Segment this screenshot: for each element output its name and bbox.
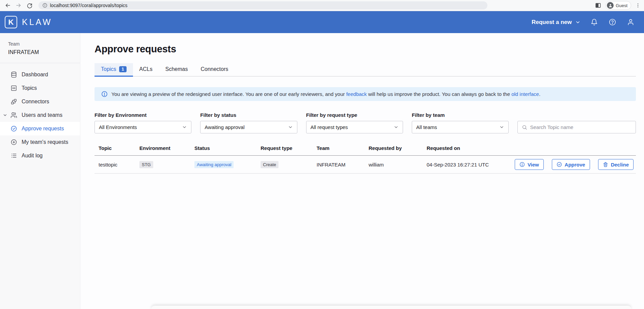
filters-row: Filter by Environment All Environments F… bbox=[95, 112, 636, 133]
sidebar-item-label: Audit log bbox=[22, 153, 43, 159]
table-row: testtopic STG Awaiting approval Create I… bbox=[95, 156, 636, 174]
tab-topics[interactable]: Topics 1 bbox=[95, 63, 133, 77]
decline-button[interactable]: Decline bbox=[598, 159, 634, 170]
tab-label: ACLs bbox=[139, 66, 153, 72]
cell-topic: testtopic bbox=[95, 162, 135, 168]
plus-circle-icon bbox=[10, 139, 17, 146]
cell-environment: STG bbox=[135, 161, 190, 168]
info-icon bbox=[101, 91, 108, 97]
tab-label: Connectors bbox=[200, 66, 228, 72]
old-interface-link[interactable]: old interface bbox=[511, 91, 539, 97]
app-header: K KLAW Request a new bbox=[0, 11, 644, 33]
tab-connectors[interactable]: Connectors bbox=[194, 63, 235, 77]
sidebar-item-users-and-teams[interactable]: Users and teams bbox=[0, 108, 80, 122]
tab-schemas[interactable]: Schemas bbox=[159, 63, 194, 77]
sidebar-item-label: My team's requests bbox=[22, 139, 68, 145]
filter-team-label: Filter by team bbox=[412, 112, 509, 118]
cell-request-type: Create bbox=[257, 161, 313, 168]
page-info-icon bbox=[43, 3, 47, 8]
sidebar-item-my-teams-requests[interactable]: My team's requests bbox=[0, 135, 80, 149]
browser-menu-icon[interactable] bbox=[635, 3, 641, 8]
chevron-down-icon bbox=[499, 125, 504, 130]
sidebar-item-label: Approve requests bbox=[22, 126, 64, 132]
browser-forward-button[interactable] bbox=[14, 1, 23, 10]
arrow-right-icon bbox=[16, 2, 22, 8]
search-input[interactable] bbox=[530, 124, 632, 130]
status-badge: Awaiting approval bbox=[194, 161, 234, 168]
arrow-left-icon bbox=[5, 2, 11, 8]
request-a-new-dropdown[interactable]: Request a new bbox=[532, 19, 581, 26]
bell-icon bbox=[591, 19, 598, 26]
team-name: INFRATEAM bbox=[8, 49, 72, 55]
address-bar[interactable]: localhost:9097/coral/approvals/topics bbox=[38, 1, 487, 9]
filter-environment-group: Filter by Environment All Environments bbox=[95, 112, 191, 133]
filter-team-value: All teams bbox=[416, 124, 437, 130]
sidebar-item-topics[interactable]: Topics bbox=[0, 81, 80, 95]
tab-acls[interactable]: ACLs bbox=[133, 63, 159, 77]
view-button-label: View bbox=[528, 162, 539, 168]
request-a-new-label: Request a new bbox=[532, 19, 572, 26]
dock-edge bbox=[151, 306, 631, 309]
chevron-down-icon bbox=[575, 20, 581, 25]
browser-reload-button[interactable] bbox=[25, 1, 34, 10]
col-actions bbox=[504, 145, 636, 155]
help-button[interactable] bbox=[608, 18, 617, 27]
table-header-row: Topic Environment Status Request type Te… bbox=[95, 145, 636, 156]
filter-environment-value: All Environments bbox=[99, 124, 137, 130]
filter-status-value: Awaiting approval bbox=[205, 124, 244, 130]
approve-button[interactable]: Approve bbox=[552, 159, 590, 170]
page-title: Approve requests bbox=[95, 44, 636, 55]
filter-environment-select[interactable]: All Environments bbox=[95, 121, 191, 133]
dashboard-icon bbox=[10, 71, 17, 78]
users-icon bbox=[10, 112, 17, 119]
browser-profile-chip[interactable]: Guest bbox=[606, 1, 631, 10]
sidebar-item-dashboard[interactable]: Dashboard bbox=[0, 68, 80, 81]
cell-requested-on: 04-Sep-2023 16:27:21 UTC bbox=[423, 162, 504, 168]
banner-text-part2: will help us improve the product. You ca… bbox=[367, 91, 512, 97]
filter-request-type-select[interactable]: All request types bbox=[306, 121, 403, 133]
col-request-type: Request type bbox=[257, 145, 313, 155]
browser-toolbar: localhost:9097/coral/approvals/topics Gu… bbox=[0, 0, 644, 11]
filter-status-label: Filter by status bbox=[200, 112, 297, 118]
requests-table: Topic Environment Status Request type Te… bbox=[95, 145, 636, 174]
row-actions: View Approve Decline bbox=[504, 159, 636, 170]
filter-request-type-value: All request types bbox=[311, 124, 348, 130]
team-label: Team bbox=[8, 41, 72, 47]
decline-button-label: Decline bbox=[611, 162, 629, 168]
col-status: Status bbox=[190, 145, 257, 155]
tab-bar: Topics 1 ACLs Schemas Connectors bbox=[95, 63, 636, 77]
klaw-logo-icon: K bbox=[5, 16, 17, 28]
main-content: Approve requests Topics 1 ACLs Schemas C… bbox=[80, 33, 644, 309]
side-panel-icon[interactable] bbox=[595, 2, 601, 9]
profile-button[interactable] bbox=[626, 18, 635, 27]
col-team: Team bbox=[313, 145, 365, 155]
cell-status: Awaiting approval bbox=[190, 161, 257, 168]
col-environment: Environment bbox=[135, 145, 190, 155]
banner-text-part3: . bbox=[539, 91, 540, 97]
filter-request-type-label: Filter by request type bbox=[306, 112, 403, 118]
notifications-button[interactable] bbox=[589, 18, 599, 27]
chevron-down-icon bbox=[3, 113, 7, 118]
feedback-link[interactable]: feedback bbox=[346, 91, 367, 97]
filter-request-type-group: Filter by request type All request types bbox=[306, 112, 403, 133]
topics-icon bbox=[10, 85, 17, 92]
chevron-down-icon bbox=[288, 125, 293, 130]
search-group bbox=[517, 121, 636, 133]
trash-icon bbox=[603, 162, 608, 167]
sidebar-item-connectors[interactable]: Connectors bbox=[0, 95, 80, 108]
request-type-chip: Create bbox=[261, 161, 278, 168]
help-circle-icon bbox=[609, 19, 616, 26]
sidebar: Team INFRATEAM Dashboard Topics Connecto… bbox=[0, 33, 80, 309]
sidebar-item-approve-requests[interactable]: Approve requests bbox=[0, 122, 80, 135]
filter-team-select[interactable]: All teams bbox=[412, 121, 509, 133]
view-button[interactable]: View bbox=[515, 159, 544, 170]
filter-status-select[interactable]: Awaiting approval bbox=[200, 121, 297, 133]
brand-name: KLAW bbox=[22, 17, 52, 27]
search-icon bbox=[522, 125, 527, 130]
sidebar-item-audit-log[interactable]: Audit log bbox=[0, 149, 80, 162]
brand[interactable]: K KLAW bbox=[5, 16, 52, 28]
col-requested-on: Requested on bbox=[423, 145, 504, 155]
chevron-down-icon bbox=[394, 125, 399, 130]
browser-back-button[interactable] bbox=[3, 1, 12, 10]
profile-avatar-icon bbox=[607, 2, 614, 9]
